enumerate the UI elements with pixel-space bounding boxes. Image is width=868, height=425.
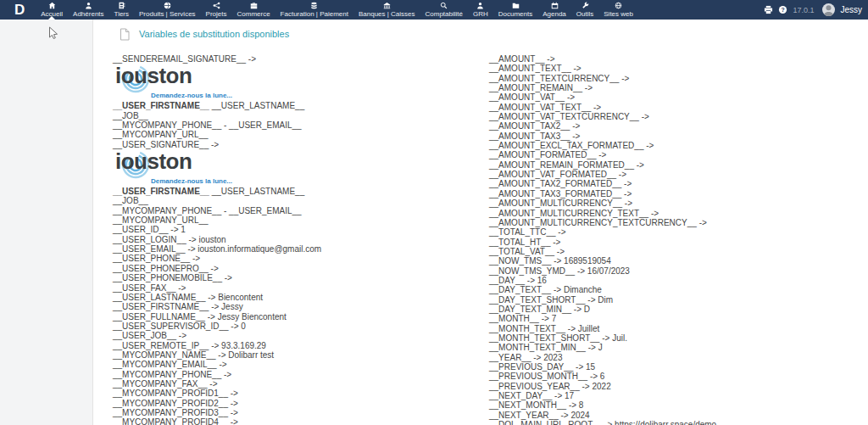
nav-item-commerce[interactable]: Commerce — [231, 0, 275, 20]
variable-line: __MYCOMPANY_PROFID1__ -> — [113, 389, 489, 398]
variable-line: __USER_FIRSTNAME__ -> Jessy — [113, 302, 489, 311]
variable-line: __MYCOMPANY_PROFID3__ -> — [113, 408, 489, 417]
variable-line: __USER_FULLNAME__ -> Jessy Biencontent — [113, 312, 489, 322]
nav-item-sites-web[interactable]: Sites web — [598, 0, 638, 20]
variable-line: __PREVIOUS_DAY__ -> 15 — [489, 362, 868, 372]
nav-item-documents[interactable]: Documents — [493, 0, 537, 20]
variable-line: __AMOUNT_TEXTCURRENCY__ -> — [489, 74, 868, 83]
left-sidebar — [0, 20, 93, 425]
nav-item-adh-rents[interactable]: Adhérents — [68, 0, 108, 20]
variable-line: __AMOUNT_TAX3__ -> — [489, 131, 868, 141]
accountancy-icon — [440, 2, 448, 9]
app-window: D AccueilAdhérentsTiersProduits | Servic… — [0, 0, 868, 425]
nav-item-label: Tiers — [114, 10, 129, 18]
variable-line: __USER_LASTNAME__ -> Biencontent — [113, 293, 489, 302]
nav-item-accueil[interactable]: Accueil — [36, 0, 68, 20]
user-avatar[interactable] — [822, 3, 835, 16]
variables-column-right: __AMOUNT__ ->__AMOUNT_TEXT__ ->__AMOUNT_… — [489, 54, 868, 425]
variable-line: __USER_EMAIL__ -> iouston.informatique@g… — [113, 244, 489, 254]
nav-item-produits-services[interactable]: Produits | Services — [134, 0, 201, 20]
variable-line: __DAY_TEXT_SHORT__ -> Dim — [489, 295, 868, 305]
nav-item-facturation-paiement[interactable]: Facturation | Paiement — [275, 0, 353, 20]
user-name-label[interactable]: Jessy — [840, 5, 862, 14]
variable-line: __AMOUNT_TEXT__ -> — [489, 64, 868, 73]
nav-item-label: Accueil — [41, 10, 63, 18]
dolibarr-logo[interactable]: D — [0, 0, 36, 20]
help-icon[interactable]: ? — [778, 5, 787, 14]
variable-line: __AMOUNT_REMAIN__ -> — [489, 83, 868, 92]
nav-item-label: Commerce — [236, 10, 270, 18]
variable-line: __AMOUNT_EXCL_TAX_FORMATED__ -> — [489, 141, 868, 150]
nav-item-banques-caisses[interactable]: Banques | Caisses — [353, 0, 420, 20]
nav-item-label: Projets — [206, 10, 227, 18]
iouston-logo-tagline: Demandez-nous la lune... — [151, 92, 232, 99]
variable-line: __JOB__ — [113, 111, 489, 120]
variable-line: __NOW_TMS__ -> 1689519054 — [489, 256, 868, 266]
variable-line: __USER_FIRSTNAME__ __USER_LASTNAME__ — [113, 101, 489, 110]
variable-line: __MYCOMPANY_URL__ — [113, 215, 489, 225]
variable-line: __MYCOMPANY_PHONE__ -> — [113, 370, 489, 379]
topnav-right-tools: ? 17.0.1 Jessy — [764, 0, 868, 20]
project-icon — [213, 2, 220, 9]
nav-item-label: Banques | Caisses — [359, 10, 415, 18]
nav-item-grh[interactable]: GRH — [468, 0, 493, 20]
variable-line: __MONTH_TEXT_SHORT__ -> Juil. — [489, 333, 868, 343]
nav-item-label: Documents — [498, 10, 532, 18]
variable-line: __NEXT_DAY__ -> 17 — [489, 391, 868, 400]
variable-line: __AMOUNT_VAT__ -> — [489, 92, 868, 102]
variable-line: __AMOUNT__ -> — [489, 54, 868, 64]
variable-line: __AMOUNT_TAX3_FORMATED__ -> — [489, 189, 868, 199]
nav-item-label: Comptabilité — [426, 10, 463, 18]
top-nav-items: AccueilAdhérentsTiersProduits | Services… — [36, 0, 638, 20]
variable-line: __PREVIOUS_YEAR__ -> 2022 — [489, 382, 868, 391]
bank-icon — [383, 2, 391, 9]
nav-item-label: Facturation | Paiement — [281, 10, 348, 18]
iouston-logo-word: iouston — [115, 63, 192, 89]
mouse-cursor — [48, 26, 59, 44]
nav-item-label: GRH — [473, 10, 488, 18]
page-header: Variables de substitution disponibles — [120, 27, 868, 41]
page-title: Variables de substitution disponibles — [139, 29, 289, 39]
nav-item-label: Outils — [576, 10, 593, 18]
variable-line: __USER_SUPERVISOR_ID__ -> 0 — [113, 322, 489, 331]
top-navigation-bar: D AccueilAdhérentsTiersProduits | Servic… — [0, 0, 868, 20]
variable-line: __MYCOMPANY_PROFID4__ -> — [113, 417, 489, 425]
variable-line: __MYCOMPANY_PHONE__ - __USER_EMAIL__ — [113, 206, 489, 215]
documents-icon — [512, 2, 520, 9]
content-area: Variables de substitution disponibles __… — [93, 20, 868, 425]
nav-item-outils[interactable]: Outils — [571, 0, 598, 20]
document-page-icon — [120, 28, 130, 41]
nav-item-comptabilit[interactable]: Comptabilité — [420, 0, 468, 20]
variable-line: __AMOUNT_VAT_FORMATED__ -> — [489, 170, 868, 179]
variable-line: __NEXT_YEAR__ -> 2024 — [489, 411, 868, 420]
iouston-logo-word: iouston — [115, 148, 192, 175]
nav-item-agenda[interactable]: Agenda — [537, 0, 571, 20]
nav-item-label: Sites web — [604, 10, 633, 18]
variable-line: __USER_PHONEPRO__ -> — [113, 264, 489, 273]
variable-line: __DAY__ -> 16 — [489, 276, 868, 285]
svg-text:?: ? — [782, 7, 785, 13]
member-icon — [85, 2, 92, 9]
nav-item-projets[interactable]: Projets — [201, 0, 232, 20]
variable-line: __USER_ID__ -> 1 — [113, 225, 489, 234]
variable-line: __MONTH_TEXT__ -> Juillet — [489, 324, 868, 333]
variable-line: __USER_PHONEMOBILE__ -> — [113, 273, 489, 282]
variables-columns: __SENDEREMAIL_SIGNATURE__ -> iouston Dem… — [113, 54, 868, 425]
variable-line: __JOB__ — [113, 196, 489, 205]
print-icon[interactable] — [764, 5, 773, 14]
variable-line: __AMOUNT_VAT_TEXTCURRENCY__ -> — [489, 112, 868, 121]
nav-item-label: Produits | Services — [139, 10, 196, 18]
variable-line: __USER_PHONE__ -> — [113, 254, 489, 263]
variable-line: __MYCOMPANY_NAME__ -> Dolibarr test — [113, 350, 489, 360]
variable-line: __MYCOMPANY_URL__ — [113, 130, 489, 139]
variable-line: __USER_REMOTE_IP__ -> 93.3.169.29 — [113, 341, 489, 350]
variable-line: __USER_LOGIN__ -> iouston — [113, 235, 489, 244]
variable-line: __AMOUNT_TAX2_FORMATED__ -> — [489, 179, 868, 188]
variable-line: __NEXT_MONTH__ -> 8 — [489, 400, 868, 410]
variable-line: __DAY_TEXT__ -> Dimanche — [489, 285, 868, 294]
variable-line: __AMOUNT_FORMATED__ -> — [489, 150, 868, 159]
nav-item-tiers[interactable]: Tiers — [109, 0, 134, 20]
variable-line: __AMOUNT_MULTICURRENCY_TEXT__ -> — [489, 209, 868, 218]
iouston-logo: iouston Demandez-nous la lune... — [113, 151, 257, 185]
variable-line: __MONTH_TEXT_MIN__ -> J — [489, 343, 868, 352]
